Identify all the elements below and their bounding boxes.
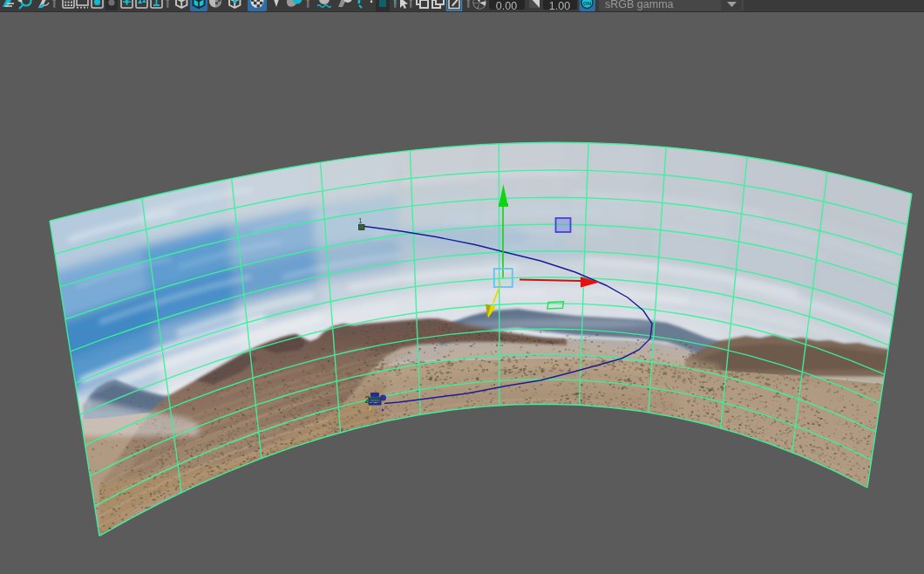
svg-text:1: 1 bbox=[358, 216, 363, 225]
svg-text:ON: ON bbox=[583, 1, 591, 6]
svg-text:sRGB gamma: sRGB gamma bbox=[605, 0, 674, 10]
svg-text:200: 200 bbox=[365, 394, 381, 405]
svg-text:0.00: 0.00 bbox=[496, 0, 517, 12]
svg-text:1.00: 1.00 bbox=[549, 0, 570, 12]
